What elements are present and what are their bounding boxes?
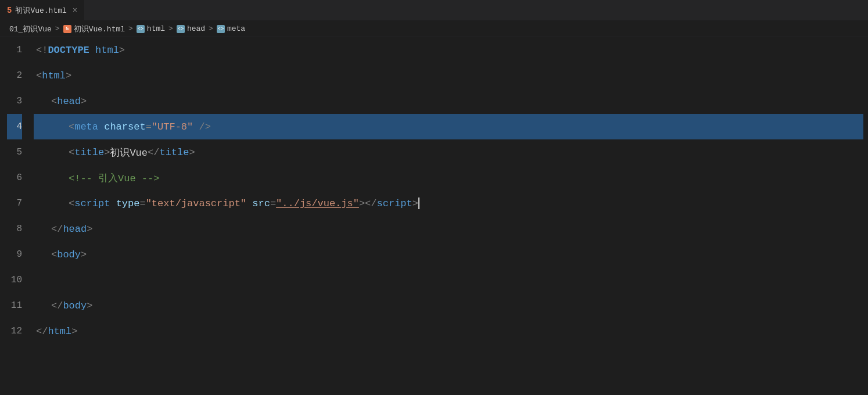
l1-t3: [89, 45, 95, 56]
l4-t8: /: [199, 121, 205, 132]
l4-t2: meta: [74, 121, 98, 132]
code-line-9: <body>: [34, 242, 863, 267]
code-line-10: [34, 267, 863, 293]
l5-t3: >: [104, 147, 110, 158]
l7-t1: <: [69, 198, 74, 209]
line-number-10: 10: [7, 267, 22, 293]
breadcrumb-folder-label: 01_初识Vue: [9, 24, 52, 34]
breadcrumb-head-tag-label: head: [187, 24, 205, 33]
tab-close-button[interactable]: ×: [73, 6, 77, 15]
l8-t3: >: [87, 224, 92, 235]
breadcrumb-folder: 01_初识Vue: [9, 24, 52, 34]
line-number-2: 2: [7, 63, 22, 88]
l7-t7: [246, 198, 252, 209]
l5-t5: </: [148, 147, 159, 158]
l8-t1: </: [51, 224, 63, 235]
l5-t6: title: [159, 147, 189, 158]
l7-t8: src: [252, 198, 270, 209]
l4-t4: charset: [104, 121, 145, 132]
code-line-7: <script type="text/javascript" src="../j…: [34, 191, 863, 216]
breadcrumb-sep-3: >: [168, 24, 173, 33]
l1-t5: >: [119, 45, 125, 56]
l1-t4: html: [95, 45, 119, 56]
line-number-6: 6: [7, 165, 22, 191]
l7-t11: ></: [359, 198, 377, 209]
l2-t1: <: [36, 70, 42, 81]
l5-t1: <: [69, 147, 74, 158]
line-number-8: 8: [7, 216, 22, 242]
l9-t2: body: [57, 249, 81, 260]
l7-t6: "text/javascript": [146, 198, 246, 209]
l4-t6: "UTF-8": [152, 121, 193, 132]
code-line-4: <meta charset="UTF-8" />: [34, 114, 863, 139]
text-cursor: [418, 198, 419, 209]
breadcrumb-head-tag: <> head: [177, 24, 205, 33]
breadcrumb-html-tag-label: html: [147, 24, 165, 33]
l7-t9: =: [270, 198, 276, 209]
l3-t3: >: [81, 96, 87, 107]
breadcrumb-tag-icon-head: <>: [177, 25, 185, 33]
code-line-8: </head>: [34, 216, 863, 242]
breadcrumb-html-file: 5 初识Vue.html: [63, 24, 125, 34]
l1-t2: DOCTYPE: [48, 45, 89, 56]
line-number-9: 9: [7, 242, 22, 267]
breadcrumb-sep-4: >: [209, 24, 213, 33]
l9-t3: >: [81, 249, 87, 260]
breadcrumb-html-label: 初识Vue.html: [74, 24, 125, 34]
code-line-3: <head>: [34, 88, 863, 114]
breadcrumb-sep-1: >: [55, 24, 60, 33]
l5-t2: title: [74, 147, 104, 158]
l4-t7: [193, 121, 199, 132]
l5-t4: 初识Vue: [110, 146, 148, 159]
editor-area[interactable]: 1 2 3 4 5 6 7 8 9 10 11 12 <!DOCTYPE htm…: [0, 37, 868, 395]
l2-t2: html: [42, 70, 66, 81]
l6-t1: <!-- 引入Vue -->: [69, 171, 159, 185]
code-line-6: <!-- 引入Vue -->: [34, 165, 863, 191]
breadcrumb-html-tag: <> html: [137, 24, 165, 33]
breadcrumb-sep-2: >: [128, 24, 133, 33]
html-file-icon: 5: [7, 6, 12, 15]
code-line-1: <!DOCTYPE html>: [34, 37, 863, 63]
code-line-12: </html>: [34, 318, 863, 344]
tab-bar: 5 初识Vue.html ×: [0, 0, 868, 21]
l4-t5: =: [146, 121, 152, 132]
breadcrumb: 01_初识Vue > 5 初识Vue.html > <> html > <> h…: [0, 21, 868, 37]
line-numbers: 1 2 3 4 5 6 7 8 9 10 11 12: [0, 37, 29, 395]
line-number-7: 7: [7, 191, 22, 216]
l12-t1: </: [36, 326, 48, 337]
l3-t2: head: [57, 96, 81, 107]
code-line-2: <html>: [34, 63, 863, 88]
line-number-5: 5: [7, 139, 22, 165]
breadcrumb-tag-icon-meta: <>: [217, 25, 225, 33]
code-line-11: </body>: [34, 293, 863, 318]
l7-t3: [110, 198, 116, 209]
l11-t2: body: [63, 300, 87, 311]
l2-t3: >: [66, 70, 71, 81]
line-number-1: 1: [7, 37, 22, 63]
code-line-5: <title>初识Vue</title>: [34, 139, 863, 165]
l1-t1: <!: [36, 45, 48, 56]
tab-item[interactable]: 5 初识Vue.html ×: [0, 0, 85, 20]
breadcrumb-tag-icon-html: <>: [137, 25, 145, 33]
l12-t3: >: [71, 326, 77, 337]
l7-t12: script: [377, 198, 413, 209]
l12-t2: html: [48, 326, 71, 337]
l9-t1: <: [51, 249, 57, 260]
l11-t3: >: [87, 300, 92, 311]
l3-t1: <: [51, 96, 57, 107]
l7-t2: script: [74, 198, 110, 209]
l7-t4: type: [116, 198, 140, 209]
line-number-12: 12: [7, 318, 22, 344]
line-number-3: 3: [7, 88, 22, 114]
breadcrumb-html-icon: 5: [63, 25, 71, 33]
breadcrumb-meta-tag: <> meta: [217, 24, 245, 33]
l7-t13: >: [413, 198, 418, 209]
tab-filename: 初识Vue.html: [15, 5, 66, 16]
l11-t1: </: [51, 300, 63, 311]
l7-t5: =: [139, 198, 145, 209]
code-editor[interactable]: <!DOCTYPE html> <html> <head> <meta char…: [29, 37, 868, 395]
l4-t1: <: [69, 121, 74, 132]
l4-t3: [98, 121, 104, 132]
l7-t10: "../js/vue.js": [276, 198, 359, 209]
l8-t2: head: [63, 224, 87, 235]
